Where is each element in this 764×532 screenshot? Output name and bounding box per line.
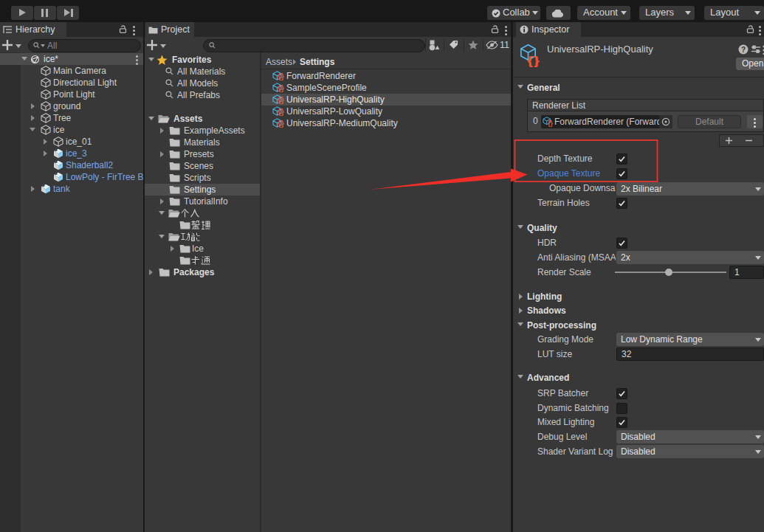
svg-text:?: ? (741, 46, 746, 54)
